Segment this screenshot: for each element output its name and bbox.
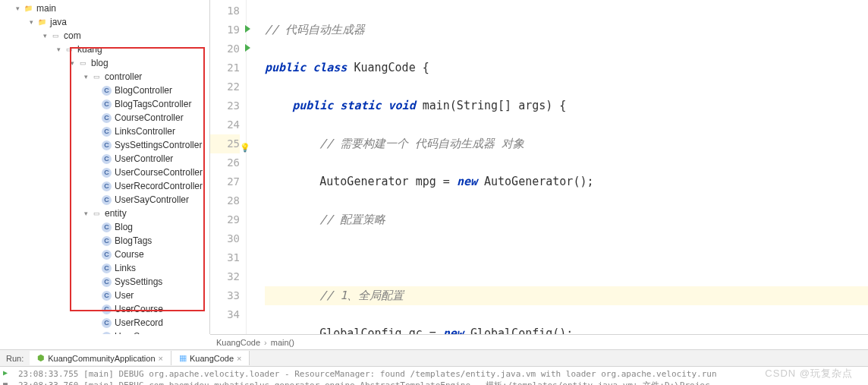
console-output[interactable]: ▶ ■ 23:08:33.755 [main] DEBUG org.apache… [0, 366, 868, 385]
code-comment: // 代码自动生成器 [265, 23, 365, 36]
chevron-down-icon: ▾ [55, 46, 62, 53]
class-icon: C [102, 332, 112, 335]
tree-label: SysSettingsController [115, 140, 202, 150]
breadcrumb[interactable]: KuangCode › main() [210, 334, 868, 349]
tree-label: blog [91, 58, 108, 68]
tree-class-item[interactable]: CBlogController [0, 84, 209, 97]
tree-label: Links [115, 263, 136, 273]
tree-label: UserRecord [115, 317, 163, 328]
tree-pkg-blog[interactable]: ▾▭blog [0, 56, 209, 70]
package-icon: ▭ [91, 71, 102, 82]
tree-class-item[interactable]: CSysSettingsController [0, 138, 209, 152]
class-icon: C [102, 181, 112, 191]
chevron-down-icon: ▾ [82, 73, 90, 80]
package-icon: ▭ [77, 58, 88, 68]
tree-pkg-controller[interactable]: ▾▭controller [0, 70, 209, 84]
tree-pkg-com[interactable]: ▾▭com [0, 29, 209, 43]
package-icon: ▭ [91, 208, 102, 219]
folder-icon: 📁 [36, 17, 47, 27]
tree-label: entity [105, 208, 127, 219]
tree-label: main [36, 3, 56, 14]
class-icon: C [102, 264, 112, 273]
breadcrumb-item[interactable]: main() [271, 338, 294, 347]
tree-label: kuang [77, 44, 102, 55]
tree-label: BlogTags [115, 235, 152, 246]
class-icon: C [102, 168, 112, 178]
tree-label: UserCourse [115, 304, 163, 314]
tree-class-item[interactable]: CUser [0, 289, 209, 302]
tree-folder-main[interactable]: ▾📁main [0, 2, 209, 15]
tree-pkg-entity[interactable]: ▾▭entity [0, 207, 209, 220]
chevron-right-icon: › [264, 338, 267, 347]
run-gutter-icon[interactable] [245, 25, 250, 33]
tree-class-item[interactable]: CUserCourseController [0, 166, 209, 179]
class-icon: C [102, 250, 112, 260]
tree-class-item[interactable]: CLinksController [0, 125, 209, 138]
tree-label: UserSay [115, 331, 149, 334]
run-tab[interactable]: ▦KuangCode× [171, 351, 250, 365]
package-icon: ▭ [50, 30, 61, 41]
code-editor[interactable]: 18 19 20 21 22 23 24 25💡 26 27 28 29 30 … [210, 0, 868, 334]
class-icon: C [102, 291, 112, 301]
app-icon: ▦ [179, 353, 187, 363]
stop-button[interactable]: ■ [3, 380, 14, 385]
class-icon: C [102, 99, 112, 109]
close-icon[interactable]: × [159, 354, 163, 363]
tree-pkg-kuang[interactable]: ▾▭kuang [0, 43, 209, 56]
tree-class-item[interactable]: CCourse [0, 248, 209, 261]
tree-label: java [50, 17, 67, 27]
run-toolwindow-tabs: Run: ⬢KuangCommunityApplication× ▦KuangC… [0, 349, 868, 366]
tree-class-item[interactable]: CBlogTagsController [0, 97, 209, 111]
tree-class-item[interactable]: CLinks [0, 261, 209, 275]
class-icon: C [102, 140, 112, 150]
tree-class-item[interactable]: CBlog [0, 220, 209, 234]
run-button[interactable]: ▶ [3, 368, 14, 379]
tree-class-item[interactable]: CUserRecordController [0, 179, 209, 193]
tree-folder-java[interactable]: ▾📁java [0, 15, 209, 29]
console-line: 23:08:33.760 [main] DEBUG com.baomidou.m… [18, 380, 865, 385]
console-line: 23:08:33.755 [main] DEBUG org.apache.vel… [18, 368, 865, 380]
tree-class-item[interactable]: CUserSayController [0, 193, 209, 207]
class-icon: C [102, 236, 112, 246]
code-content[interactable]: // 代码自动生成器 public class KuangCode { publ… [247, 0, 868, 334]
tree-label: controller [105, 71, 142, 82]
chevron-down-icon: ▾ [41, 32, 49, 39]
tree-label: SysSettings [115, 276, 162, 287]
tree-class-item[interactable]: CUserController [0, 152, 209, 166]
package-icon: ▭ [64, 44, 74, 55]
tree-label: LinksController [115, 126, 175, 137]
tree-label: Course [115, 249, 144, 260]
class-icon: C [102, 154, 112, 164]
tree-label: UserSayController [115, 194, 189, 205]
tree-class-item[interactable]: CUserCourse [0, 302, 209, 316]
chevron-down-icon: ▾ [27, 18, 35, 26]
run-gutter-icon[interactable] [245, 44, 250, 52]
tree-label: BlogController [115, 85, 172, 96]
class-icon: C [102, 305, 112, 314]
tree-class-item[interactable]: CCourseController [0, 111, 209, 125]
tree-label: UserRecordController [115, 181, 203, 191]
tree-class-item[interactable]: CBlogTags [0, 234, 209, 248]
close-icon[interactable]: × [237, 354, 241, 363]
project-tree[interactable]: ▾📁main ▾📁java ▾▭com ▾▭kuang ▾▭blog ▾▭con… [0, 0, 210, 334]
chevron-down-icon: ▾ [14, 5, 21, 12]
class-icon: C [102, 113, 112, 123]
tree-label: UserCourseController [115, 167, 203, 178]
run-label: Run: [0, 354, 30, 363]
run-tab[interactable]: ⬢KuangCommunityApplication× [30, 351, 171, 365]
lightbulb-icon[interactable]: 💡 [240, 138, 250, 157]
tree-label: Blog [115, 222, 133, 232]
gutter: 18 19 20 21 22 23 24 25💡 26 27 28 29 30 … [210, 0, 247, 334]
tree-class-item[interactable]: CUserSay [0, 330, 209, 334]
spring-icon: ⬢ [37, 353, 45, 363]
tree-class-item[interactable]: CUserRecord [0, 316, 209, 330]
tree-label: User [115, 290, 134, 301]
tree-label: BlogTagsController [115, 99, 191, 109]
tree-label: UserController [115, 153, 173, 164]
class-icon: C [102, 127, 112, 137]
tree-class-item[interactable]: CSysSettings [0, 275, 209, 289]
folder-icon: 📁 [23, 3, 33, 14]
class-icon: C [102, 195, 112, 205]
breadcrumb-item[interactable]: KuangCode [216, 338, 260, 347]
class-icon: C [102, 86, 112, 96]
